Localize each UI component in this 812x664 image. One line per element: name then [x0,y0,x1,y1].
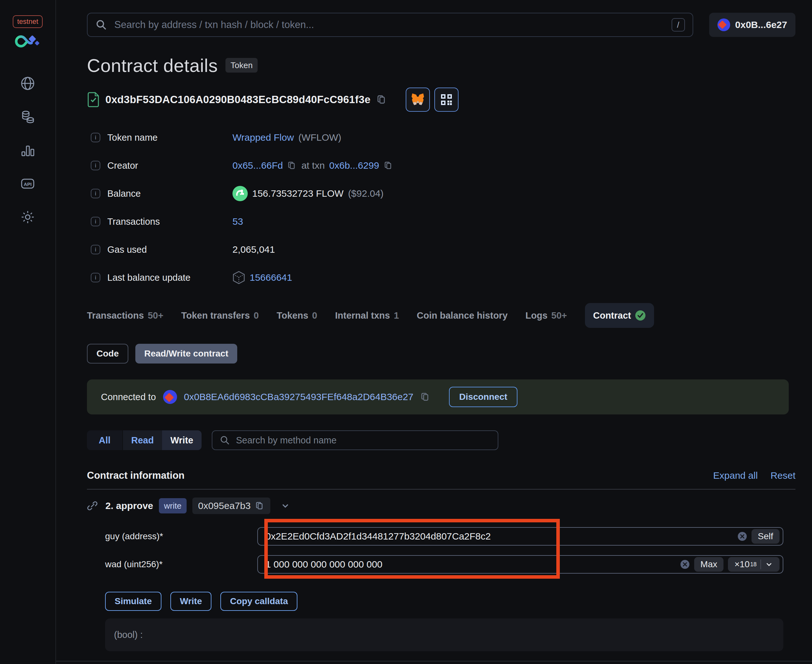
guy-address-field: Self [257,527,783,545]
token-name-link[interactable]: Wrapped Flow [232,132,294,143]
disconnect-button[interactable]: Disconnect [449,387,517,407]
search-icon [219,435,230,446]
method-approve-row[interactable]: 2. approve write 0x095ea7b3 [87,497,796,514]
write-button[interactable]: Write [170,592,212,611]
copy-calldata-button[interactable]: Copy calldata [220,592,297,611]
creation-txn-link[interactable]: 0x6b...6299 [329,160,379,171]
verified-check-icon [635,310,646,321]
balance-value: 156.73532723 FLOW [252,188,344,199]
multiplier-exponent: 18 [750,561,757,568]
link-icon[interactable] [87,500,98,511]
subtab-read-write-contract[interactable]: Read/Write contract [135,344,237,363]
method-search [212,430,498,450]
account-address-label: 0x0B...6e27 [735,20,787,30]
filter-all[interactable]: All [87,430,123,450]
field-label-guy: guy (address)* [105,531,257,542]
method-search-input[interactable] [236,435,491,446]
connected-to-label: Connected to [101,392,156,402]
tab-contract[interactable]: Contract [585,303,654,328]
filter-read[interactable]: Read [123,430,162,450]
network-badge: testnet [13,15,43,28]
token-type-badge: Token [225,58,258,73]
info-label: Gas used [107,244,222,255]
main-content: / 0x0B...6e27 Contract details Token [56,0,812,664]
search-icon [95,19,107,31]
copy-creator-icon[interactable] [287,161,297,170]
tab-transactions[interactable]: Transactions50+ [87,310,163,321]
chevron-down-icon [765,560,773,568]
method-name: 2. approve [105,500,153,511]
info-row-balance: i Balance 156.73532723 FLOW ($92.04) [87,179,796,208]
tab-token-transfers[interactable]: Token transfers0 [181,310,259,321]
transactions-count-link[interactable]: 53 [232,216,243,227]
account-button[interactable]: 0x0B...6e27 [709,13,796,37]
clear-field-icon[interactable] [737,532,747,541]
subtab-code[interactable]: Code [87,344,128,363]
add-to-metamask-button[interactable] [406,88,430,112]
block-cube-icon [232,270,245,285]
guy-address-input[interactable] [266,531,733,542]
tab-bar: Transactions50+ Token transfers0 Tokens0… [87,303,796,328]
info-icon: i [91,245,100,254]
connected-banner: Connected to 0x0B8EA6d6983cCBa39275493FE… [87,379,789,415]
wad-uint256-field: Max ×1018 [257,555,783,574]
method-selector: 0x095ea7b3 [198,500,251,511]
divider [56,661,812,661]
info-icon: i [91,189,100,198]
copy-connected-address-icon[interactable] [420,392,430,402]
sidebar-item-tokens[interactable] [20,109,36,125]
topbar: / 0x0B...6e27 [87,13,796,37]
sidebar-item-charts[interactable] [20,142,36,159]
slash-shortcut-hint: / [672,18,685,31]
tab-internal-txns[interactable]: Internal txns1 [335,310,399,321]
multiplier-dropdown[interactable]: ×1018 [728,557,779,572]
info-label: Transactions [107,216,222,227]
wad-uint256-input[interactable] [266,559,676,570]
tab-tokens[interactable]: Tokens0 [277,310,318,321]
info-label: Balance [107,189,222,199]
info-label: Token name [107,132,222,143]
simulate-button[interactable]: Simulate [105,592,161,611]
contract-information-title: Contract information [87,470,185,481]
write-badge: write [159,498,187,513]
clear-field-icon[interactable] [680,560,690,569]
sidebar-item-settings[interactable] [20,209,36,225]
sidebar-item-api[interactable]: API [20,176,36,192]
chevron-down-icon[interactable] [280,501,290,511]
avatar [717,18,730,31]
sidebar-item-blockchain[interactable] [20,75,36,92]
tab-coin-balance-history[interactable]: Coin balance history [417,310,507,321]
contract-address: 0xd3bF53DAC106A0290B0483EcBC89d40FcC961f… [105,94,371,106]
qr-code-button[interactable] [434,88,458,112]
method-type-segmented-control: All Read Write [87,430,202,450]
info-icon: i [91,273,100,282]
contract-information-header: Contract information Expand all Reset [87,469,796,482]
svg-text:API: API [24,181,31,187]
blockscout-logo[interactable] [12,33,44,50]
field-label-wad: wad (uint256)* [105,559,257,570]
copy-txn-icon[interactable] [384,161,393,170]
output-type-label: (bool) : [114,630,143,640]
filter-write[interactable]: Write [162,430,202,450]
copy-address-icon[interactable] [377,94,387,105]
self-button[interactable]: Self [752,529,779,544]
expand-all-link[interactable]: Expand all [713,470,758,481]
tab-logs[interactable]: Logs50+ [525,310,567,321]
info-label: Creator [107,160,222,171]
verified-contract-icon [87,92,99,107]
reset-link[interactable]: Reset [771,470,796,481]
block-number-link[interactable]: 15666641 [249,272,292,283]
copy-selector-icon[interactable] [255,501,265,511]
info-row-token-name: i Token name Wrapped Flow (WFLOW) [87,124,796,151]
search-input[interactable] [114,19,665,31]
page: testnet [0,0,812,664]
method-output-panel: (bool) : [105,618,783,651]
info-icon: i [91,161,100,170]
connected-address-link[interactable]: 0x0B8EA6d6983cCBa39275493FEf648a2D64B36e… [184,392,414,402]
sidebar: testnet [0,0,56,664]
method-action-buttons: Simulate Write Copy calldata [105,592,796,611]
max-button[interactable]: Max [694,557,724,572]
token-symbol: (WFLOW) [298,132,341,143]
info-row-creator: i Creator 0x65...66Fd at txn 0x6b...6299 [87,151,796,179]
creator-address-link[interactable]: 0x65...66Fd [232,160,283,171]
